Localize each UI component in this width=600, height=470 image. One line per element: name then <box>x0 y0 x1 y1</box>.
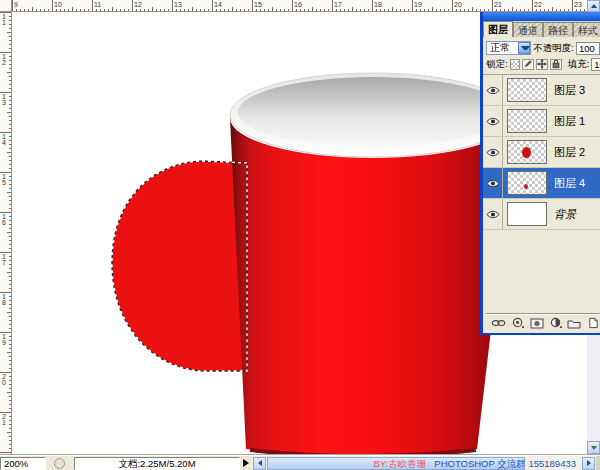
lock-label: 锁定: <box>486 58 508 71</box>
ruler-tick <box>260 9 261 12</box>
horizontal-scrollbar[interactable]: BY:古欧香珊PHOTOSHOP 交流群 155189433 <box>251 456 596 470</box>
tab-layers[interactable]: 图层 <box>483 21 513 37</box>
tab-styles[interactable]: 样式 <box>573 22 600 37</box>
ruler-tick <box>9 396 12 397</box>
ruler-tick <box>112 7 113 12</box>
layer-name[interactable]: 图层 2 <box>554 145 585 160</box>
ruler-tick <box>308 9 309 12</box>
ruler-tick <box>9 220 12 221</box>
ruler-tick <box>368 9 369 12</box>
ruler-tick <box>376 9 377 12</box>
ruler-tick <box>444 9 445 12</box>
layer-thumbnail[interactable] <box>507 78 547 102</box>
layer-mask-button[interactable] <box>530 317 544 330</box>
ruler-tick <box>9 124 12 125</box>
ruler-tick <box>164 9 165 12</box>
ruler-tick <box>312 7 313 12</box>
tab-paths[interactable]: 路径 <box>543 22 573 37</box>
ruler-tick <box>184 9 185 12</box>
ruler-number: 16 <box>294 1 302 9</box>
ruler-tick <box>532 0 533 12</box>
ruler-tick <box>9 48 12 49</box>
ruler-tick <box>24 9 25 12</box>
combo-arrow-button[interactable] <box>518 42 530 54</box>
lock-position-button[interactable] <box>536 59 548 70</box>
tab-channels[interactable]: 通道 <box>513 22 543 37</box>
statusbar-corner <box>596 456 600 470</box>
ruler-tick <box>192 7 193 12</box>
layer-thumbnail[interactable] <box>507 109 547 133</box>
document-size-info: 文档:2.25M/5.20M <box>74 457 240 470</box>
ruler-tick <box>364 9 365 12</box>
ruler-number: 14 <box>214 1 222 9</box>
ruler-tick <box>9 300 12 301</box>
scroll-up-button[interactable] <box>587 0 600 12</box>
layer-name[interactable]: 背景 <box>554 207 576 222</box>
layer-row[interactable]: 背景 <box>483 199 600 230</box>
layer-row[interactable]: 图层 1 <box>483 106 600 137</box>
ruler-tick <box>9 448 12 449</box>
layer-style-button[interactable] <box>511 317 525 330</box>
ruler-tick <box>7 112 12 113</box>
scroll-right-button[interactable] <box>582 457 595 470</box>
ruler-tick <box>116 9 117 12</box>
ruler-tick <box>9 56 12 57</box>
visibility-toggle[interactable] <box>483 199 503 229</box>
ruler-tick <box>9 424 12 425</box>
ruler-tick <box>40 9 41 12</box>
ruler-tick <box>9 140 12 141</box>
ruler-tick <box>36 9 37 12</box>
layer-thumbnail[interactable] <box>507 202 547 226</box>
link-layers-button[interactable] <box>491 317 506 330</box>
ruler-number: 19 <box>2 334 6 346</box>
ruler-tick <box>348 9 349 12</box>
new-group-button[interactable] <box>567 317 581 330</box>
layer-row[interactable]: 图层 3 <box>483 75 600 106</box>
new-layer-button[interactable] <box>586 317 600 330</box>
zoom-level-input[interactable]: 200% <box>0 457 46 470</box>
ruler-number: 11 <box>2 14 6 26</box>
watermark-group: PHOTOSHOP 交流群 155189433 <box>434 458 576 469</box>
status-popup-arrow[interactable] <box>243 459 249 467</box>
adjustment-layer-button[interactable] <box>549 317 563 330</box>
ruler-tick <box>20 9 21 12</box>
ruler-tick <box>9 320 12 321</box>
ruler-tick <box>284 9 285 12</box>
lock-image-button[interactable] <box>522 59 534 70</box>
ruler-tick <box>9 336 12 337</box>
layer-name[interactable]: 图层 4 <box>554 176 585 191</box>
ruler-tick <box>32 7 33 12</box>
ruler-tick <box>9 108 12 109</box>
ruler-tick <box>9 148 12 149</box>
visibility-toggle[interactable] <box>483 75 503 105</box>
ruler-tick <box>9 60 12 61</box>
fill-input[interactable]: 100 <box>591 58 600 71</box>
layer-thumbnail[interactable] <box>507 140 547 164</box>
scroll-down-button[interactable] <box>587 441 600 454</box>
status-bar: 200% 文档:2.25M/5.20M BY:古欧香珊PHOTOSHOP 交流群… <box>0 455 600 470</box>
ruler-tick <box>128 9 129 12</box>
ruler-tick <box>9 304 12 305</box>
layer-name[interactable]: 图层 1 <box>554 114 585 129</box>
watermark-text: BY:古欧香珊PHOTOSHOP 交流群 155189433 <box>374 458 577 470</box>
layer-thumbnail[interactable] <box>507 171 547 195</box>
ruler-tick <box>9 168 12 169</box>
opacity-input[interactable]: 100 <box>576 42 600 55</box>
layer-row[interactable]: 图层 4 <box>483 168 600 199</box>
ruler-tick <box>468 9 469 12</box>
visibility-toggle[interactable] <box>483 106 503 136</box>
lock-all-button[interactable] <box>550 59 562 70</box>
visibility-toggle[interactable] <box>483 137 503 167</box>
palette-title-bar[interactable] <box>483 12 600 21</box>
lock-transparency-button[interactable] <box>510 59 520 70</box>
layer-row[interactable]: 图层 2 <box>483 137 600 168</box>
layer-name[interactable]: 图层 3 <box>554 83 585 98</box>
up-arrow-icon <box>591 4 597 8</box>
scroll-left-button[interactable] <box>253 457 266 470</box>
ruler-tick <box>316 9 317 12</box>
ruler-tick <box>7 272 12 273</box>
ruler-tick <box>76 9 77 12</box>
blend-mode-select[interactable]: 正常 <box>486 41 531 55</box>
ruler-tick <box>68 9 69 12</box>
visibility-toggle[interactable] <box>483 168 503 198</box>
